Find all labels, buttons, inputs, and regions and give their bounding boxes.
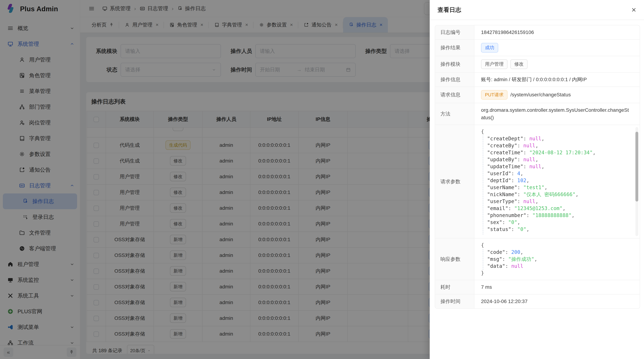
detail-value: org.dromara.system.controller.system.Sys… bbox=[481, 106, 631, 121]
detail-row-module: 操作模块用户管理修改 bbox=[435, 56, 640, 73]
detail-value-cell: 7 ms bbox=[474, 280, 640, 294]
detail-label: 方法 bbox=[435, 103, 474, 125]
detail-row-request-params: 请求参数{"createDept": null,"createBy": null… bbox=[435, 125, 640, 239]
module-badge: 修改 bbox=[510, 59, 528, 69]
detail-value-cell: org.dromara.system.controller.system.Sys… bbox=[474, 103, 640, 125]
detail-label: 操作模块 bbox=[435, 56, 474, 72]
detail-label: 请求参数 bbox=[435, 125, 474, 238]
detail-value-cell: 用户管理修改 bbox=[474, 56, 640, 72]
detail-row-response-params: 响应参数{"code": 200,"msg": "操作成功","data": n… bbox=[435, 239, 640, 280]
detail-row-duration: 耗时7 ms bbox=[435, 280, 640, 295]
detail-value: 2024-10-06 12:20:37 bbox=[481, 298, 528, 305]
put-request-badge: PUT请求 bbox=[481, 90, 508, 100]
detail-value-cell: 1842781986426159106 bbox=[474, 25, 640, 39]
detail-value: /system/user/changeStatus bbox=[510, 91, 571, 98]
detail-label: 操作时间 bbox=[435, 295, 474, 308]
scrollbar[interactable] bbox=[636, 127, 638, 236]
detail-value: 账号: admin / 研发部门 / 0:0:0:0:0:0:0:1 / 内网I… bbox=[481, 76, 587, 83]
drawer-close-button[interactable]: × bbox=[632, 6, 636, 14]
detail-label: 操作信息 bbox=[435, 73, 474, 86]
detail-row-op-time: 操作时间2024-10-06 12:20:37 bbox=[435, 295, 640, 308]
detail-value: 1842781986426159106 bbox=[481, 29, 534, 36]
scrollbar-thumb[interactable] bbox=[636, 132, 638, 202]
detail-value-cell: 2024-10-06 12:20:37 bbox=[474, 295, 640, 308]
detail-row-op-info: 操作信息账号: admin / 研发部门 / 0:0:0:0:0:0:0:1 /… bbox=[435, 73, 640, 87]
detail-value-cell: 成功 bbox=[474, 40, 640, 56]
detail-label: 耗时 bbox=[435, 280, 474, 294]
drawer-header: 查看日志 × bbox=[430, 0, 644, 20]
view-log-drawer: 查看日志 × 日志编号1842781986426159106操作结果成功操作模块… bbox=[430, 0, 644, 359]
detail-value-cell: {"createDept": null,"createBy": null,"cr… bbox=[474, 125, 640, 238]
log-detail-table: 日志编号1842781986426159106操作结果成功操作模块用户管理修改操… bbox=[435, 25, 640, 309]
detail-row-request-info: 请求信息PUT请求/system/user/changeStatus bbox=[435, 87, 640, 103]
module-badge: 用户管理 bbox=[481, 59, 508, 69]
success-badge: 成功 bbox=[481, 43, 498, 52]
detail-label: 操作结果 bbox=[435, 40, 474, 56]
drawer-title: 查看日志 bbox=[438, 6, 461, 14]
detail-row-log-id: 日志编号1842781986426159106 bbox=[435, 25, 640, 40]
detail-label: 请求信息 bbox=[435, 87, 474, 103]
detail-value: 7 ms bbox=[481, 283, 492, 291]
detail-value-cell: 账号: admin / 研发部门 / 0:0:0:0:0:0:0:1 / 内网I… bbox=[474, 73, 640, 86]
detail-value-cell: PUT请求/system/user/changeStatus bbox=[474, 87, 640, 103]
detail-label: 响应参数 bbox=[435, 239, 474, 280]
detail-label: 日志编号 bbox=[435, 25, 474, 39]
detail-row-result: 操作结果成功 bbox=[435, 40, 640, 56]
detail-value-cell: {"code": 200,"msg": "操作成功","data": null} bbox=[474, 239, 640, 280]
detail-row-method: 方法org.dromara.system.controller.system.S… bbox=[435, 103, 640, 125]
